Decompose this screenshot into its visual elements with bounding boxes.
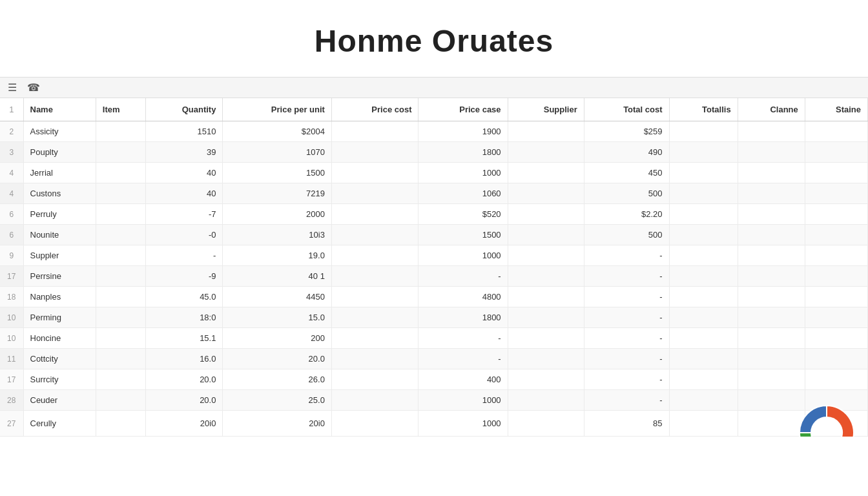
row-staine <box>805 411 867 437</box>
row-supplier <box>508 183 584 204</box>
row-num: 6 <box>0 204 23 225</box>
row-totallis <box>669 411 738 437</box>
row-price-case: 1000 <box>418 411 508 437</box>
table-row[interactable]: 9Suppler-19.01000- <box>0 245 868 266</box>
row-price-case: - <box>418 266 508 287</box>
row-name: Suppler <box>23 245 96 266</box>
row-item <box>96 204 145 225</box>
col-header-supplier: Supplier <box>508 98 584 121</box>
row-item <box>96 349 145 369</box>
row-total-cost: - <box>584 245 669 266</box>
row-num: 28 <box>0 390 23 411</box>
row-supplier <box>508 204 584 225</box>
row-supplier <box>508 142 584 163</box>
row-supplier <box>508 225 584 245</box>
row-quantity: -9 <box>146 266 223 287</box>
row-name: Cottcity <box>23 349 96 369</box>
row-totallis <box>669 245 738 266</box>
row-price-cost <box>331 307 418 328</box>
row-name: Perrsine <box>23 266 96 287</box>
row-num: 4 <box>0 183 23 204</box>
row-price-case: 1900 <box>418 121 508 142</box>
table-row[interactable]: 6Nounite-010i31500500 <box>0 225 868 245</box>
row-price-cost <box>331 390 418 411</box>
row-name: Ceuder <box>23 390 96 411</box>
row-quantity: 40 <box>146 183 223 204</box>
row-staine <box>805 245 867 266</box>
table-row[interactable]: 28Ceuder20.025.01000- <box>0 390 868 411</box>
row-quantity: 20.0 <box>146 369 223 390</box>
row-staine <box>805 307 867 328</box>
row-price-case: 1000 <box>418 245 508 266</box>
row-staine <box>805 349 867 369</box>
row-price-case: 1800 <box>418 142 508 163</box>
table-row[interactable]: 3Pouplty3910701800490 <box>0 142 868 163</box>
row-price-cost <box>331 163 418 183</box>
row-supplier <box>508 287 584 307</box>
table-header-row: 1 Name Item Quantity Price per unit Pric… <box>0 98 868 121</box>
table-row[interactable]: 4Custons4072191060500 <box>0 183 868 204</box>
table-row[interactable]: 11Cottcity16.020.0-- <box>0 349 868 369</box>
row-price-unit: 15.0 <box>223 307 331 328</box>
row-price-case: - <box>418 328 508 349</box>
row-item <box>96 307 145 328</box>
table-row[interactable]: 18Nanples45.044504800- <box>0 287 868 307</box>
row-quantity: - <box>146 245 223 266</box>
row-quantity: 40 <box>146 163 223 183</box>
row-quantity: 20i0 <box>146 411 223 437</box>
row-price-cost <box>331 266 418 287</box>
table-row[interactable]: 27Cerully20i020i0100085 <box>0 411 868 437</box>
donut-chart <box>791 397 862 437</box>
row-price-unit: 20.0 <box>223 349 331 369</box>
row-clanne <box>738 369 805 390</box>
row-quantity: 15.1 <box>146 328 223 349</box>
row-item <box>96 245 145 266</box>
row-supplier <box>508 369 584 390</box>
col-header-staine: Staine <box>805 98 867 121</box>
row-num: 17 <box>0 266 23 287</box>
row-totallis <box>669 307 738 328</box>
row-totallis <box>669 183 738 204</box>
row-item <box>96 183 145 204</box>
row-price-cost <box>331 411 418 437</box>
row-totallis <box>669 390 738 411</box>
row-clanne <box>738 307 805 328</box>
row-clanne <box>738 121 805 142</box>
row-supplier <box>508 411 584 437</box>
row-staine <box>805 163 867 183</box>
toolbar: ☰ ☎ <box>0 77 868 98</box>
row-totallis <box>669 225 738 245</box>
row-price-unit: 10i3 <box>223 225 331 245</box>
table-row[interactable]: 6Perruly-72000$520$2.20 <box>0 204 868 225</box>
table-row[interactable]: 2Assicity1510$20041900$259 <box>0 121 868 142</box>
row-name: Nounite <box>23 225 96 245</box>
row-num: 10 <box>0 328 23 349</box>
row-num: 11 <box>0 349 23 369</box>
row-totallis <box>669 349 738 369</box>
row-item <box>96 142 145 163</box>
row-price-unit: $2004 <box>223 121 331 142</box>
row-clanne <box>738 142 805 163</box>
col-header-num: 1 <box>0 98 23 121</box>
row-clanne <box>738 287 805 307</box>
row-totallis <box>669 266 738 287</box>
menu-icon[interactable]: ☰ <box>8 81 17 94</box>
row-price-unit: 40 1 <box>223 266 331 287</box>
row-name: Custons <box>23 183 96 204</box>
row-price-cost <box>331 225 418 245</box>
row-totallis <box>669 121 738 142</box>
row-clanne <box>738 225 805 245</box>
col-header-item: Item <box>96 98 145 121</box>
row-quantity: -7 <box>146 204 223 225</box>
table-row[interactable]: 10Honcine15.1200-- <box>0 328 868 349</box>
row-total-cost: - <box>584 307 669 328</box>
table-row[interactable]: 4Jerrial4015001000450 <box>0 163 868 183</box>
row-item <box>96 266 145 287</box>
table-row[interactable]: 17Surrcity20.026.0400- <box>0 369 868 390</box>
row-supplier <box>508 245 584 266</box>
table-row[interactable]: 17Perrsine-940 1-- <box>0 266 868 287</box>
row-totallis <box>669 163 738 183</box>
row-num: 18 <box>0 287 23 307</box>
table-row[interactable]: 10Perming18:015.01800- <box>0 307 868 328</box>
row-name: Assicity <box>23 121 96 142</box>
